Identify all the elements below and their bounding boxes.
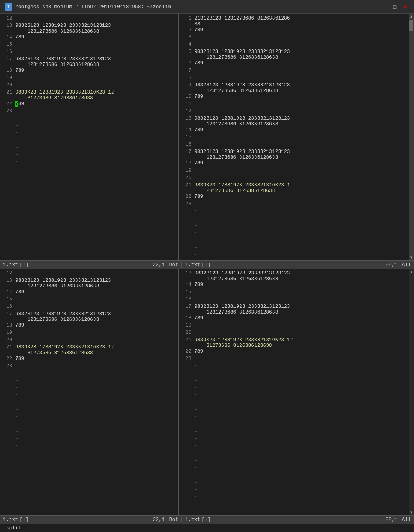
editor-line: 20 [179, 175, 409, 182]
line-number: 8 [181, 75, 191, 82]
line-number: 17 [181, 304, 191, 315]
line-content: 789 [15, 67, 177, 75]
editor-line: 21983OK23 12381923 233332131OK23 12 3127… [0, 89, 178, 101]
tilde-marker: ~ [15, 443, 177, 450]
line-content: 98323123 12381923 23333213123123 1231273… [194, 82, 407, 94]
line-content [15, 108, 177, 115]
tilde-line: ~ [179, 501, 409, 509]
tilde-line: ~ [179, 487, 409, 494]
tilde-line: ~ [179, 465, 409, 472]
line-content: 789 [194, 94, 407, 101]
line-content: 983OK23 12381923 233332131OK23 12 312736… [15, 344, 177, 356]
line-number: 5 [181, 49, 191, 60]
maximize-button[interactable]: □ [391, 3, 399, 11]
tilde-marker: ~ [194, 472, 407, 479]
minimize-button[interactable]: ─ [380, 3, 388, 11]
bottom-scroll-down-arrow[interactable]: ▼ [409, 510, 414, 515]
line-content: 98323123 12381923 23333213123123 1231273… [194, 49, 407, 60]
bottom-right-scrollbar[interactable]: ▲ ▼ [409, 269, 414, 515]
line-number: 13 [2, 23, 12, 34]
line-content [194, 75, 407, 82]
line-content: 789 [194, 348, 407, 356]
tilde-marker: ~ [194, 215, 407, 223]
tilde-line: ~ [0, 378, 178, 385]
tilde-line: ~ [179, 407, 409, 414]
tilde-marker: ~ [194, 363, 407, 370]
editor-line: 18789 [0, 67, 178, 75]
tilde-marker: ~ [15, 385, 177, 392]
tilde-line: ~ [179, 421, 409, 429]
editor-line: 1398323123 12381923 23333213123123 12312… [179, 270, 409, 282]
top-right-modified: [+] [202, 262, 210, 268]
line-content [194, 101, 407, 108]
tilde-marker: ~ [15, 123, 177, 130]
bottom-right-pos: 22,1 [385, 517, 397, 522]
editor-line: 998323123 12381923 23333213123123 123127… [179, 82, 409, 94]
editor-line: 18789 [179, 315, 409, 322]
editor-line: 1798323123 12381923 23333213123123 12312… [179, 149, 409, 160]
tilde-marker: ~ [194, 458, 407, 465]
editor-line: 12 [0, 15, 178, 23]
scrollbar-thumb-top[interactable] [409, 20, 413, 31]
line-content: 983OK23 12381923 233332131OK23 12 312736… [194, 337, 407, 348]
tilde-line: ~ [0, 123, 178, 130]
editor-line: 20 [0, 337, 178, 344]
tilde-marker: ~ [194, 208, 407, 215]
line-content [15, 82, 177, 89]
tilde-line: ~ [179, 215, 409, 223]
line-number: 15 [2, 296, 12, 304]
line-number: 20 [2, 82, 12, 89]
bottom-left-pane: 121398323123 12381923 23333213123123 123… [0, 269, 179, 515]
line-number: 12 [2, 270, 12, 277]
line-content [194, 67, 407, 75]
line-number: 19 [181, 167, 191, 175]
tilde-marker: ~ [15, 399, 177, 407]
editor-line: 3 [179, 34, 409, 41]
tilde-line: ~ [179, 237, 409, 245]
line-number: 22 [2, 101, 12, 108]
line-number: 23 [2, 363, 12, 370]
tilde-marker: ~ [15, 370, 177, 378]
line-content: 789 [194, 60, 407, 67]
app-icon: T [5, 3, 12, 11]
tilde-marker: ~ [15, 166, 177, 174]
line-number: 15 [2, 41, 12, 49]
window-controls[interactable]: ─ □ ✕ [380, 3, 409, 11]
line-number: 16 [2, 49, 12, 56]
line-content [15, 75, 177, 82]
line-content [15, 296, 177, 304]
line-content: 98323123 12381923 23333213123123 1231273… [15, 277, 177, 289]
editor-line: 14789 [179, 127, 409, 134]
editor-line: 1213123123 1231273686 81263861286 38 [179, 15, 409, 27]
tilde-line: ~ [0, 166, 178, 174]
line-number: 1 [181, 15, 191, 27]
editor-line: 22789 [0, 101, 178, 108]
editor-line: 16 [179, 141, 409, 149]
bottom-right-pane: 1398323123 12381923 23333213123123 12312… [179, 269, 409, 515]
line-content: 789 [194, 194, 407, 201]
line-content: 98323123 12381923 23333213123123 1231273… [15, 23, 177, 34]
tilde-line: ~ [0, 429, 178, 436]
bottom-scroll-up-arrow[interactable]: ▲ [409, 269, 414, 275]
right-scrollbar[interactable]: ▲ ▼ [409, 14, 414, 260]
line-number: 15 [181, 134, 191, 141]
main-area: 121398323123 12381923 23333213123123 123… [0, 14, 414, 532]
top-status-right: 1.txt [+] 22,1 All [182, 262, 411, 268]
command-line: :split [0, 524, 414, 532]
line-content [15, 41, 177, 49]
scroll-down-arrow[interactable]: ▼ [409, 255, 414, 260]
bottom-panes: 121398323123 12381923 23333213123123 123… [0, 269, 414, 524]
line-number: 21 [2, 344, 12, 356]
scroll-up-arrow[interactable]: ▲ [409, 14, 414, 19]
line-content: 983OK23 12381923 233332131OK23 1 2312736… [194, 182, 407, 194]
editor-line: 22789 [179, 348, 409, 356]
line-number: 20 [2, 337, 12, 344]
line-number: 18 [181, 315, 191, 322]
line-number: 7 [181, 67, 191, 75]
line-number: 23 [181, 201, 191, 208]
line-number: 21 [181, 182, 191, 194]
close-button[interactable]: ✕ [402, 3, 409, 11]
tilde-line: ~ [0, 407, 178, 414]
editor-line: 10789 [179, 94, 409, 101]
line-content [194, 108, 407, 115]
